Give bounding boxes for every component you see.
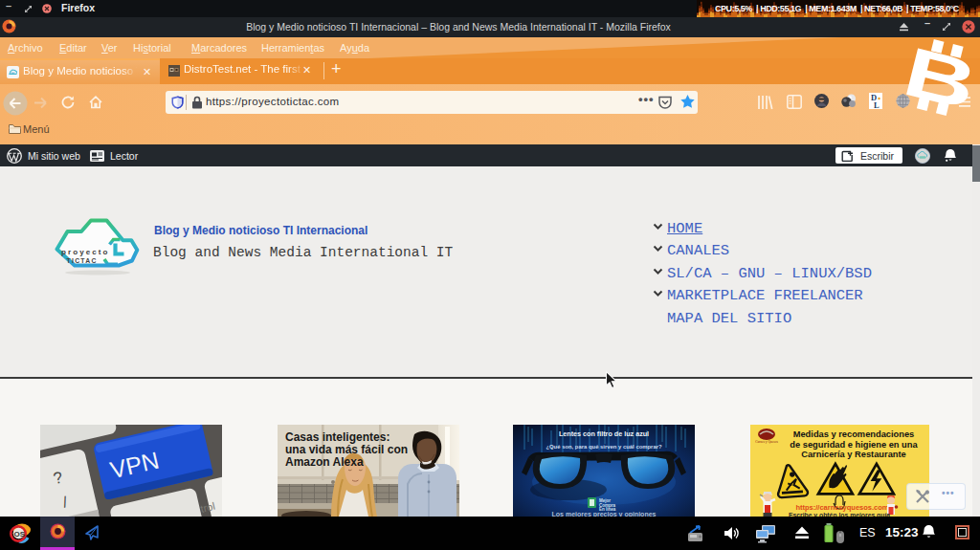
svg-text:OS: OS — [14, 530, 26, 539]
svg-text:Carnes y Quesos: Carnes y Quesos — [755, 440, 778, 444]
svg-text:TICTAC: TICTAC — [67, 257, 98, 264]
svg-text:L: L — [874, 100, 880, 110]
svg-text:Amazon Alexa: Amazon Alexa — [285, 455, 364, 469]
svg-text:Carnicería y Restaurante: Carnicería y Restaurante — [801, 450, 906, 459]
svg-text:https://carnesyquesos.com/: https://carnesyquesos.com/ — [795, 503, 891, 512]
svg-text:Casas inteligentes:: Casas inteligentes: — [285, 430, 390, 444]
svg-text:¿Qué son, para qué sirven y cu: ¿Qué son, para qué sirven y cuál comprar… — [546, 444, 662, 450]
svg-text:Medidas y recomendaciones: Medidas y recomendaciones — [793, 429, 915, 439]
svg-text:Lentes con filtro de luz azul: Lentes con filtro de luz azul — [559, 429, 649, 438]
svg-text:proyecto: proyecto — [61, 248, 110, 256]
svg-text:una vida más fácil con: una vida más fácil con — [285, 443, 408, 456]
svg-text:de seguridad e higiene en una: de seguridad e higiene en una — [790, 440, 918, 450]
